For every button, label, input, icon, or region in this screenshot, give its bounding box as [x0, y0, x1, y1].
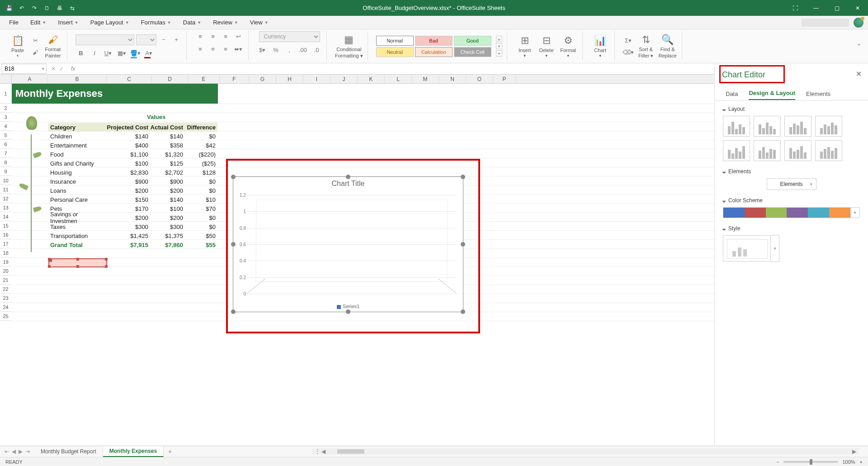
cut-icon[interactable]: ✂ — [30, 35, 41, 45]
layout-option-5[interactable] — [723, 140, 750, 161]
close-panel-icon[interactable]: ✕ — [856, 70, 862, 78]
row-header-6[interactable]: 6 — [0, 140, 11, 149]
sort-filter-button[interactable]: ⇅Sort &Filter ▾ — [637, 34, 656, 59]
horizontal-scrollbar[interactable]: ⋮ ◀▶ — [312, 448, 859, 455]
row-header-15[interactable]: 15 — [0, 221, 11, 230]
account-tag[interactable] — [802, 19, 849, 27]
col-header-D[interactable]: D — [152, 75, 188, 83]
row-header-14[interactable]: 14 — [0, 212, 11, 221]
align-bot-icon[interactable]: ≡ — [220, 31, 231, 41]
col-header-L[interactable]: L — [385, 75, 412, 83]
fx-icon[interactable]: fx — [68, 66, 75, 72]
row-header-5[interactable]: 5 — [0, 131, 11, 140]
row-header-19[interactable]: 19 — [0, 257, 11, 266]
menu-file[interactable]: File — [4, 17, 24, 28]
chart-plot-area[interactable]: 00.20.40.60.811.2 — [247, 195, 457, 294]
styles-down-icon[interactable]: ▾ — [496, 43, 502, 49]
menu-formulas[interactable]: Formulas▼ — [136, 17, 177, 28]
menu-view[interactable]: View▼ — [245, 17, 274, 28]
tab-elements[interactable]: Elements — [806, 90, 830, 100]
minimize-icon[interactable]: — — [806, 0, 826, 16]
avatar[interactable] — [854, 18, 863, 28]
section-elements[interactable]: Elements — [723, 168, 860, 175]
borders-button[interactable]: ▦▾ — [116, 48, 127, 58]
cell-styles-gallery[interactable]: Normal Bad Good Neutral Calculation Chec… — [376, 36, 491, 57]
row-header-3[interactable]: 3 — [0, 113, 11, 122]
col-header-M[interactable]: M — [412, 75, 439, 83]
sheet-tab-1[interactable]: Monthly Budget Report — [34, 447, 103, 456]
sheet-nav-first-icon[interactable]: ⇤ — [5, 448, 9, 455]
layout-option-8[interactable] — [815, 140, 842, 161]
bold-button[interactable]: B — [75, 48, 86, 58]
col-header-P[interactable]: P — [493, 75, 516, 83]
fill-color-button[interactable]: 🪣▾ — [130, 48, 141, 58]
col-header-F[interactable]: F — [220, 75, 249, 83]
layout-option-1[interactable] — [723, 116, 750, 137]
col-header-K[interactable]: K — [358, 75, 385, 83]
section-color-scheme[interactable]: Color Scheme — [723, 197, 860, 204]
chart-legend[interactable]: Series1 — [233, 304, 463, 309]
color-swatch[interactable] — [829, 208, 850, 218]
tab-design-layout[interactable]: Design & Layout — [749, 90, 795, 100]
print-icon[interactable]: 🖶 — [54, 3, 65, 14]
row-header-16[interactable]: 16 — [0, 230, 11, 239]
conditional-formatting-button[interactable]: ▦ConditionalFormatting ▾ — [335, 34, 363, 59]
col-header-N[interactable]: N — [439, 75, 466, 83]
row-header-8[interactable]: 8 — [0, 158, 11, 167]
cancel-formula-icon[interactable]: ✕ — [51, 66, 56, 72]
maximize-icon[interactable]: ▢ — [826, 0, 847, 16]
redo-icon[interactable]: ↷ — [29, 3, 40, 14]
section-style[interactable]: Style — [723, 225, 860, 232]
sheet-tab-2[interactable]: Monthly Expenses — [103, 446, 164, 457]
inc-decimal-icon[interactable]: .00 — [297, 45, 308, 55]
color-swatch[interactable] — [787, 208, 808, 218]
percent-icon[interactable]: % — [270, 45, 281, 55]
new-doc-icon[interactable]: 🗋 — [42, 3, 52, 14]
autosum-icon[interactable]: Σ▾ — [623, 35, 634, 45]
row-header-24[interactable]: 24 — [0, 303, 11, 312]
find-replace-button[interactable]: 🔍Find &Replace — [658, 34, 677, 58]
zoom-slider[interactable] — [783, 461, 838, 463]
insert-button[interactable]: ⊞Insert▼ — [515, 35, 534, 58]
row-header-9[interactable]: 9 — [0, 167, 11, 176]
add-sheet-icon[interactable]: + — [164, 448, 176, 455]
clear-icon[interactable]: ⌫▾ — [623, 47, 634, 57]
row-header-2[interactable]: 2 — [0, 104, 11, 113]
col-header-B[interactable]: B — [48, 75, 107, 83]
color-swatch[interactable] — [723, 208, 745, 218]
styles-more-icon[interactable]: ▾ — [496, 50, 502, 57]
row-header-4[interactable]: 4 — [0, 122, 11, 131]
currency-icon[interactable]: $▾ — [257, 45, 268, 55]
col-header-E[interactable]: E — [188, 75, 220, 83]
wrap-text-icon[interactable]: ↩ — [233, 31, 244, 41]
sheet-nav-last-icon[interactable]: ⇥ — [25, 448, 30, 455]
accept-formula-icon[interactable]: ✓ — [59, 66, 64, 72]
align-mid-icon[interactable]: ≡ — [208, 31, 218, 41]
row-header-13[interactable]: 13 — [0, 203, 11, 212]
layout-option-4[interactable] — [815, 116, 842, 137]
col-header-G[interactable]: G — [249, 75, 276, 83]
share-icon[interactable]: ⇆ — [67, 3, 78, 14]
row-header-18[interactable]: 18 — [0, 248, 11, 257]
color-scheme-dropdown-icon[interactable]: ▾ — [850, 208, 859, 218]
format-painter-button[interactable]: 🖌FormatPainter — [43, 34, 62, 58]
zoom-out-icon[interactable]: − — [776, 459, 779, 465]
decrease-font-icon[interactable]: − — [158, 34, 169, 44]
color-swatch[interactable] — [745, 208, 766, 218]
col-header-H[interactable]: H — [276, 75, 303, 83]
elements-dropdown[interactable]: Elements — [767, 178, 816, 190]
style-calculation[interactable]: Calculation — [415, 47, 453, 57]
comma-icon[interactable]: , — [284, 45, 295, 55]
align-top-icon[interactable]: ≡ — [195, 31, 206, 41]
col-header-A[interactable]: A — [12, 75, 48, 83]
selected-cell[interactable] — [48, 258, 107, 267]
col-header-C[interactable]: C — [107, 75, 152, 83]
row-header-11[interactable]: 11 — [0, 185, 11, 194]
menu-insert[interactable]: Insert▼ — [52, 17, 84, 28]
style-normal[interactable]: Normal — [376, 36, 414, 46]
align-center-icon[interactable]: ≡ — [208, 44, 218, 54]
dec-decimal-icon[interactable]: .0 — [311, 45, 322, 55]
menu-data[interactable]: Data▼ — [178, 17, 207, 28]
align-left-icon[interactable]: ≡ — [195, 44, 206, 54]
font-color-button[interactable]: A▾ — [143, 48, 154, 58]
